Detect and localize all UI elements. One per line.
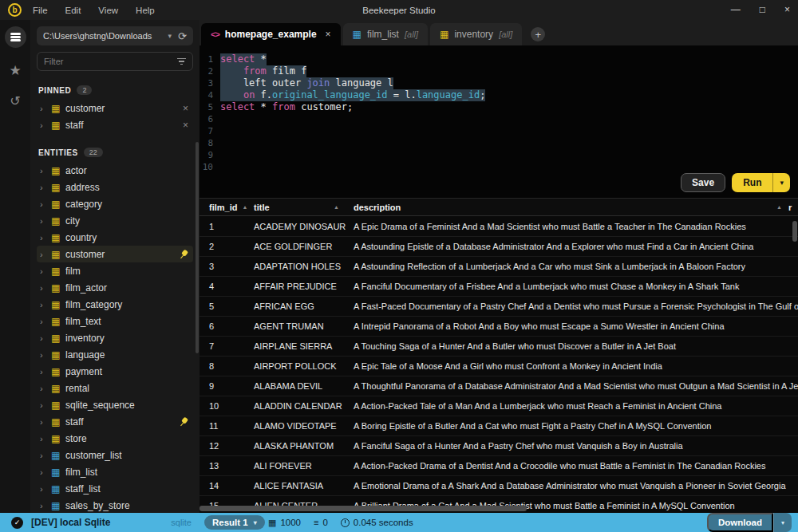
sidebar-item-sales_by_store[interactable]: ›▦sales_by_store xyxy=(37,497,193,513)
table-row[interactable]: 8AIRPORT POLLOCKA Epic Tale of a Moose A… xyxy=(200,357,798,376)
pin-icon[interactable] xyxy=(177,415,191,428)
chevron-right-icon[interactable]: › xyxy=(40,367,51,376)
table-row[interactable]: 1ACADEMY DINOSAURA Epic Drama of a Femin… xyxy=(200,217,798,237)
chevron-right-icon[interactable]: › xyxy=(40,333,51,343)
column-header-film-id[interactable]: film_id ▲ xyxy=(200,203,244,212)
connection-selector[interactable]: C:\Users\ghstng\Downloads ▾ ⟳ xyxy=(37,26,193,45)
sidebar-item-film_text[interactable]: ›▦film_text xyxy=(37,313,193,329)
sidebar-item-customer_list[interactable]: ›▦customer_list xyxy=(37,447,193,463)
table-row[interactable]: 7AIRPLANE SIERRAA Touching Saga of a Hun… xyxy=(200,337,798,357)
code-line[interactable]: 1select * xyxy=(200,53,798,65)
table-row[interactable]: 9ALABAMA DEVILA Thoughtful Panorama of a… xyxy=(200,376,798,396)
vertical-scrollbar[interactable] xyxy=(792,221,797,242)
chevron-right-icon[interactable]: › xyxy=(40,199,51,209)
minimize-button[interactable]: — xyxy=(731,0,741,20)
chevron-right-icon[interactable]: › xyxy=(40,417,51,427)
maximize-button[interactable]: □ xyxy=(760,0,765,20)
chevron-right-icon[interactable]: › xyxy=(40,233,51,242)
chevron-right-icon[interactable]: › xyxy=(40,451,51,460)
sidebar-item-sqlite_sequence[interactable]: ›▦sqlite_sequence xyxy=(37,396,193,413)
close-tab-icon[interactable]: × xyxy=(326,29,331,40)
code-line[interactable]: 3 left outer join language l xyxy=(200,77,798,89)
refresh-icon[interactable]: ⟳ xyxy=(178,30,187,42)
new-tab-button[interactable]: + xyxy=(531,27,545,41)
sidebar-item-rental[interactable]: ›▦rental xyxy=(37,380,193,396)
menu-edit[interactable]: Edit xyxy=(65,6,81,15)
code-line[interactable]: 6 xyxy=(200,113,798,125)
pin-icon[interactable] xyxy=(177,247,191,261)
sidebar-item-customer[interactable]: ›▦customer× xyxy=(37,100,193,116)
favorites-icon[interactable]: ★ xyxy=(9,62,21,79)
column-header-overflow[interactable]: r xyxy=(788,203,798,212)
result-selector[interactable]: Result 1 ▾ xyxy=(204,515,265,530)
sidebar-item-film_actor[interactable]: ›▦film_actor xyxy=(37,279,193,296)
tab-film_list[interactable]: ▦film_list[all] xyxy=(343,23,428,45)
entities-section-header[interactable]: ENTITIES 22 xyxy=(38,148,192,157)
entity-filter-input[interactable]: Filter xyxy=(37,52,193,71)
download-button[interactable]: Download xyxy=(707,513,773,532)
download-options-caret-icon[interactable]: ▾ xyxy=(773,513,792,532)
chevron-right-icon[interactable]: › xyxy=(40,434,51,443)
save-button[interactable]: Save xyxy=(681,173,725,192)
run-button[interactable]: Run xyxy=(732,173,772,192)
code-line[interactable]: 2 from film f xyxy=(200,65,798,77)
sidebar-item-staff[interactable]: ›▦staff× xyxy=(37,116,193,133)
sort-asc-icon[interactable]: ▲ xyxy=(334,204,339,210)
table-row[interactable]: 11ALAMO VIDEOTAPEA Boring Epistle of a B… xyxy=(200,416,798,436)
sidebar-item-staff_list[interactable]: ›▦staff_list xyxy=(37,480,193,497)
table-row[interactable]: 10ALADDIN CALENDARA Action-Packed Tale o… xyxy=(200,396,798,416)
sidebar-item-staff[interactable]: ›▦staff xyxy=(37,413,193,430)
chevron-right-icon[interactable]: › xyxy=(40,266,51,276)
sidebar-item-inventory[interactable]: ›▦inventory xyxy=(37,329,193,346)
chevron-right-icon[interactable]: › xyxy=(40,350,51,360)
sidebar-item-film_category[interactable]: ›▦film_category xyxy=(37,296,193,313)
run-options-caret-icon[interactable]: ▾ xyxy=(772,173,790,192)
chevron-right-icon[interactable]: › xyxy=(40,501,51,510)
chevron-right-icon[interactable]: › xyxy=(40,120,51,130)
code-line[interactable]: 8 xyxy=(200,137,798,149)
pinned-section-header[interactable]: PINNED 2 xyxy=(38,85,192,95)
code-line[interactable]: 5select * from customer; xyxy=(200,101,798,113)
sql-editor[interactable]: 1select *2 from film f3 left outer join … xyxy=(200,45,798,198)
table-row[interactable]: 13ALI FOREVERA Action-Packed Drama of a … xyxy=(200,456,798,476)
code-line[interactable]: 4 on f.original_language_id = l.language… xyxy=(200,89,798,101)
horizontal-scrollbar[interactable] xyxy=(200,506,527,511)
sidebar-item-film_list[interactable]: ›▦film_list xyxy=(37,463,193,480)
chevron-right-icon[interactable]: › xyxy=(40,300,51,309)
menu-view[interactable]: View xyxy=(98,6,118,15)
menu-help[interactable]: Help xyxy=(136,6,155,15)
chevron-right-icon[interactable]: › xyxy=(40,283,51,293)
sidebar-item-category[interactable]: ›▦category xyxy=(37,195,193,212)
close-button[interactable]: × xyxy=(784,0,790,20)
chevron-right-icon[interactable]: › xyxy=(40,166,51,175)
sidebar-item-actor[interactable]: ›▦actor xyxy=(37,162,193,179)
table-row[interactable]: 3ADAPTATION HOLESA Astounding Reflection… xyxy=(200,257,798,277)
table-row[interactable]: 5AFRICAN EGGA Fast-Paced Documentary of … xyxy=(200,297,798,317)
sidebar-item-city[interactable]: ›▦city xyxy=(37,212,193,229)
chevron-right-icon[interactable]: › xyxy=(40,216,51,226)
menu-file[interactable]: File xyxy=(33,6,48,15)
chevron-right-icon[interactable]: › xyxy=(40,183,51,192)
column-header-description[interactable]: description ▲ xyxy=(344,203,788,212)
code-line[interactable]: 10 xyxy=(200,161,798,173)
sidebar-item-address[interactable]: ›▦address xyxy=(37,179,193,195)
table-row[interactable]: 12ALASKA PHANTOMA Fanciful Saga of a Hun… xyxy=(200,436,798,456)
chevron-right-icon[interactable]: › xyxy=(40,104,51,113)
table-row[interactable]: 4AFFAIR PREJUDICEA Fanciful Documentary … xyxy=(200,277,798,297)
history-icon[interactable]: ↺ xyxy=(10,93,20,108)
table-row[interactable]: 2ACE GOLDFINGERA Astounding Epistle of a… xyxy=(200,237,798,257)
chevron-right-icon[interactable]: › xyxy=(40,317,51,326)
chevron-right-icon[interactable]: › xyxy=(40,384,51,393)
code-line[interactable]: 7 xyxy=(200,125,798,137)
sort-asc-icon[interactable]: ▲ xyxy=(776,204,782,210)
table-row[interactable]: 6AGENT TRUMANA Intrepid Panorama of a Ro… xyxy=(200,317,798,337)
sidebar-item-film[interactable]: ›▦film xyxy=(37,262,193,279)
unpin-icon[interactable]: × xyxy=(183,120,190,131)
chevron-right-icon[interactable]: › xyxy=(40,250,51,259)
sidebar-item-store[interactable]: ›▦store xyxy=(37,430,193,447)
column-header-title[interactable]: title ▲ xyxy=(244,203,344,212)
chevron-right-icon[interactable]: › xyxy=(40,467,51,477)
sidebar-item-customer[interactable]: ›▦customer xyxy=(37,246,193,262)
chevron-right-icon[interactable]: › xyxy=(40,484,51,494)
tab-homepage_example[interactable]: <>homepage_example× xyxy=(201,23,341,45)
